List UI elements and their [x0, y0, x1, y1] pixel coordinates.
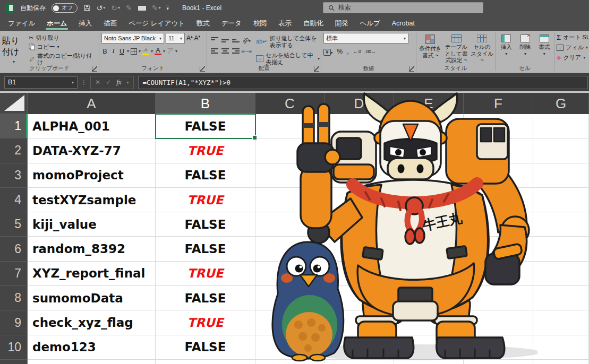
- cell-G8[interactable]: [533, 286, 589, 310]
- font-size-select[interactable]: 11▾: [166, 33, 185, 44]
- cell-C3[interactable]: [255, 163, 325, 188]
- column-header-A[interactable]: A: [28, 93, 156, 114]
- column-header-D[interactable]: D: [325, 93, 394, 114]
- cell-D7[interactable]: [325, 262, 394, 286]
- cut-button[interactable]: ✂切り取り: [29, 34, 98, 41]
- undo-button[interactable]: ↺▾: [97, 4, 106, 12]
- column-header-F[interactable]: F: [464, 93, 533, 114]
- formula-input[interactable]: =COUNTIF(A1,"*XYZ*")>0: [138, 76, 588, 89]
- cell-E8[interactable]: [394, 286, 464, 310]
- insert-cells-button[interactable]: 挿入▾: [498, 33, 515, 64]
- shrink-font-button[interactable]: A▾: [194, 34, 201, 42]
- cell-F5[interactable]: [464, 212, 533, 237]
- cell-E9[interactable]: [394, 310, 464, 335]
- ribbon-tab-データ[interactable]: データ: [216, 16, 247, 31]
- cell-C[interactable]: [255, 360, 325, 364]
- cell-E1[interactable]: [394, 114, 464, 138]
- format-as-table-button[interactable]: テーブルとして書式設定 ~: [445, 33, 468, 64]
- cell-E3[interactable]: [394, 163, 464, 188]
- row-header-4[interactable]: 4: [0, 188, 28, 212]
- percent-format-button[interactable]: %: [337, 48, 343, 55]
- excel-logo-icon[interactable]: [5, 3, 14, 13]
- font-name-select[interactable]: Noto Sans JP Black▾: [101, 33, 164, 44]
- bold-button[interactable]: B: [101, 48, 108, 55]
- autosave-toggle[interactable]: オフ: [52, 3, 78, 13]
- cell-D4[interactable]: [325, 188, 394, 212]
- cell-styles-button[interactable]: セルの スタイル ~: [470, 33, 494, 64]
- cell-G5[interactable]: [533, 212, 589, 237]
- number-dialog-launcher[interactable]: [409, 66, 414, 72]
- cell-A3[interactable]: momoProject: [28, 163, 156, 188]
- autosum-button[interactable]: Σオート SUM: [557, 33, 588, 41]
- confirm-entry-button[interactable]: ✓: [106, 79, 111, 86]
- cell-B8[interactable]: FALSE: [156, 286, 255, 310]
- paste-button[interactable]: 貼り付け ▾: [2, 33, 25, 64]
- cell-A[interactable]: [28, 360, 156, 364]
- phonetic-guide-button[interactable]: ア: [167, 47, 174, 56]
- cell-D3[interactable]: [325, 163, 394, 188]
- cell-E4[interactable]: [394, 188, 464, 212]
- ribbon-tab-数式[interactable]: 数式: [191, 16, 216, 31]
- cell-C1[interactable]: [255, 114, 325, 138]
- cell-F8[interactable]: [464, 286, 533, 310]
- cell-G[interactable]: [533, 360, 589, 364]
- cell-F[interactable]: [464, 360, 533, 364]
- align-right-button[interactable]: [232, 47, 240, 55]
- cell-A4[interactable]: testXYZsample: [28, 188, 156, 212]
- cell-F7[interactable]: [464, 262, 533, 286]
- ink-tool-icon[interactable]: ✎▾: [152, 4, 161, 12]
- ribbon-tab-開発[interactable]: 開発: [329, 16, 354, 31]
- cell-G10[interactable]: [533, 335, 589, 360]
- cell-A1[interactable]: ALPHA_001: [28, 114, 156, 138]
- row-header-1[interactable]: 1: [0, 114, 28, 138]
- font-color-button[interactable]: A: [155, 48, 161, 55]
- cell-E5[interactable]: [394, 212, 464, 237]
- cell-B10[interactable]: FALSE: [156, 335, 255, 360]
- copy-button[interactable]: コピー▾: [29, 44, 98, 50]
- delete-cells-button[interactable]: 削除▾: [517, 33, 534, 64]
- cell-G1[interactable]: [533, 114, 589, 138]
- indent-buttons[interactable]: ⇤⇥: [241, 46, 252, 56]
- format-painter-button[interactable]: 書式のコピー/貼り付け: [29, 53, 98, 66]
- cell-G4[interactable]: [533, 188, 589, 212]
- redo-button[interactable]: ↻▾: [111, 4, 120, 12]
- cell-D5[interactable]: [325, 212, 394, 237]
- clipboard-dialog-launcher[interactable]: [92, 66, 97, 72]
- column-header-C[interactable]: C: [255, 93, 325, 114]
- cell-A6[interactable]: random_8392: [28, 237, 156, 261]
- cell-E6[interactable]: [394, 237, 464, 261]
- cell-B[interactable]: [156, 360, 255, 364]
- comma-format-button[interactable]: ,: [347, 48, 348, 55]
- cell-G9[interactable]: [533, 310, 589, 335]
- cell-E2[interactable]: [394, 138, 464, 163]
- ribbon-tab-校閲[interactable]: 校閲: [247, 16, 272, 31]
- ribbon-tab-表示[interactable]: 表示: [272, 16, 297, 31]
- cell-D6[interactable]: [325, 237, 394, 261]
- align-center-button[interactable]: [221, 47, 229, 55]
- cell-E7[interactable]: [394, 262, 464, 286]
- cell-B6[interactable]: FALSE: [156, 237, 255, 261]
- increase-decimal-button[interactable]: ←.0: [353, 49, 361, 54]
- cell-B9[interactable]: TRUE: [156, 310, 255, 335]
- number-format-select[interactable]: 標準▾: [323, 33, 408, 44]
- underline-button[interactable]: U: [118, 48, 125, 55]
- align-middle-button[interactable]: [221, 36, 229, 44]
- cancel-entry-button[interactable]: ✕: [95, 79, 100, 86]
- row-header-6[interactable]: 6: [0, 237, 28, 261]
- cell-G2[interactable]: [533, 138, 589, 163]
- format-cells-button[interactable]: 書式▾: [535, 33, 553, 64]
- ribbon-tab-ヘルプ[interactable]: ヘルプ: [354, 16, 386, 31]
- cell-F6[interactable]: [464, 237, 533, 261]
- row-header-8[interactable]: 8: [0, 286, 28, 310]
- cell-C5[interactable]: [255, 212, 325, 237]
- fill-handle[interactable]: [252, 135, 257, 140]
- save-icon[interactable]: [83, 4, 91, 12]
- font-dialog-launcher[interactable]: [200, 66, 205, 72]
- fill-button[interactable]: ↓フィル▾: [557, 44, 588, 51]
- ribbon-tab-Acrobat[interactable]: Acrobat: [386, 16, 421, 31]
- cell-A2[interactable]: DATA-XYZ-77: [28, 138, 156, 163]
- row-header-5[interactable]: 5: [0, 212, 28, 237]
- cell-D8[interactable]: [325, 286, 394, 310]
- cell-B7[interactable]: TRUE: [156, 262, 255, 286]
- wrap-text-button[interactable]: ab↵折り返して全体を表示する: [256, 35, 320, 48]
